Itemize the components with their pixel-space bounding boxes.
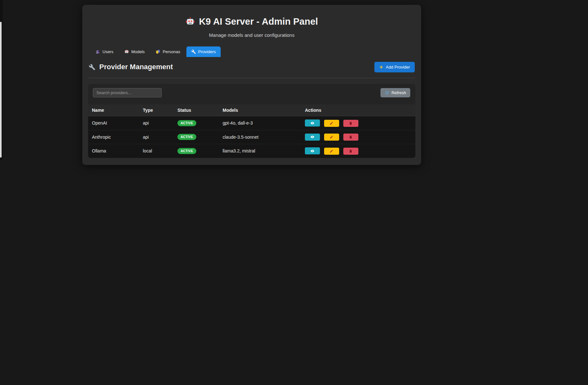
view-button[interactable] — [305, 119, 320, 127]
tab-models[interactable]: Models — [119, 46, 150, 57]
trash-icon — [349, 149, 353, 153]
column-header-name: Name — [88, 104, 139, 116]
cell-provider-status: ACTIVE — [174, 144, 219, 158]
section-title: Provider Management — [89, 63, 173, 71]
status-badge: ACTIVE — [177, 120, 196, 126]
refresh-label: Refresh — [391, 90, 406, 95]
view-button[interactable] — [305, 134, 320, 141]
view-button[interactable] — [305, 147, 320, 154]
tab-label: Providers — [198, 49, 216, 54]
add-provider-button[interactable]: Add Provider — [374, 62, 415, 72]
cell-provider-status: ACTIVE — [174, 130, 219, 144]
left-scrollbar-rail — [0, 0, 3, 160]
tab-label: Personas — [163, 49, 180, 54]
section-divider — [88, 78, 415, 78]
tab-bar: Users Models — [88, 46, 415, 57]
page-subtitle: Manage models and user configurations — [88, 32, 415, 38]
column-header-type: Type — [139, 104, 174, 116]
cell-actions — [301, 130, 415, 144]
table-row: Anthropic api ACTIVE claude-3.5-sonnet — [88, 130, 415, 144]
tab-users[interactable]: Users — [91, 46, 118, 57]
page-title: K9 AI Server - Admin Panel — [88, 16, 415, 27]
column-header-models: Models — [219, 104, 301, 116]
cell-provider-models: gpt-4o, dall-e-3 — [219, 116, 301, 130]
users-icon — [95, 49, 100, 54]
providers-table: Name Type Status Models Actions OpenAI a… — [88, 104, 415, 158]
delete-button[interactable] — [343, 148, 358, 155]
eye-icon — [310, 121, 314, 125]
search-input[interactable] — [93, 88, 162, 97]
edit-button[interactable] — [324, 120, 339, 127]
page-title-text: K9 AI Server - Admin Panel — [199, 16, 318, 27]
eye-icon — [310, 135, 314, 139]
eye-icon — [310, 149, 314, 153]
scrollbar-thumb[interactable] — [0, 22, 2, 158]
cell-provider-models: claude-3.5-sonnet — [219, 130, 301, 144]
table-row: OpenAI api ACTIVE gpt-4o, dall-e-3 — [88, 116, 415, 130]
trash-icon — [349, 121, 353, 125]
edit-button[interactable] — [324, 134, 339, 141]
status-badge: ACTIVE — [177, 148, 196, 154]
cell-provider-name: Ollama — [88, 144, 139, 158]
refresh-button[interactable]: Refresh — [380, 88, 410, 97]
status-badge: ACTIVE — [177, 134, 196, 140]
cell-provider-type: api — [139, 116, 174, 130]
tab-label: Models — [131, 49, 145, 54]
section-title-text: Provider Management — [99, 63, 173, 71]
plus-icon — [379, 65, 383, 69]
column-header-status: Status — [174, 104, 219, 116]
cell-provider-type: local — [139, 144, 174, 158]
pencil-icon — [330, 121, 333, 125]
tab-providers[interactable]: Providers — [186, 46, 221, 57]
providers-toolbar: Refresh — [93, 88, 410, 97]
providers-panel: Refresh Name Type Status Models Actions … — [88, 84, 415, 158]
pencil-icon — [330, 135, 333, 139]
cell-provider-name: OpenAI — [88, 116, 139, 130]
pencil-icon — [330, 149, 333, 153]
tab-personas[interactable]: Personas — [151, 46, 185, 57]
tab-label: Users — [102, 49, 113, 54]
column-header-actions: Actions — [301, 104, 415, 116]
masks-icon — [156, 49, 160, 54]
delete-button[interactable] — [343, 134, 358, 141]
wrench-icon — [89, 64, 95, 70]
admin-panel-card: K9 AI Server - Admin Panel Manage models… — [82, 5, 421, 165]
cell-actions — [301, 116, 415, 130]
robot-icon — [124, 49, 129, 54]
table-header-row: Name Type Status Models Actions — [88, 104, 415, 116]
robot-icon — [185, 17, 195, 27]
wrench-icon — [191, 49, 196, 54]
section-header: Provider Management Add Provider — [88, 61, 415, 72]
refresh-icon — [385, 91, 389, 95]
delete-button[interactable] — [343, 120, 358, 127]
trash-icon — [349, 135, 353, 139]
cell-actions — [301, 144, 415, 158]
cell-provider-type: api — [139, 130, 174, 144]
cell-provider-name: Anthropic — [88, 130, 139, 144]
edit-button[interactable] — [324, 148, 339, 155]
cell-provider-status: ACTIVE — [174, 116, 219, 130]
table-row: Ollama local ACTIVE llama3.2, mistral — [88, 144, 415, 158]
cell-provider-models: llama3.2, mistral — [219, 144, 301, 158]
add-provider-label: Add Provider — [386, 65, 410, 70]
